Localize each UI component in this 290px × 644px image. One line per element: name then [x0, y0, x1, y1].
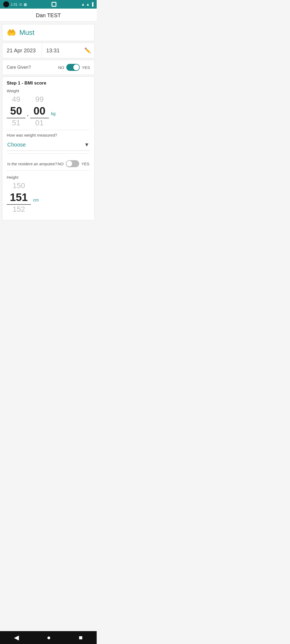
date-selector[interactable]: 21 Apr 2023 [2, 43, 42, 58]
height-drum[interactable]: 150 151 152 [7, 181, 31, 214]
care-given-yes-label: YES [82, 65, 90, 70]
care-given-no-label: NO [58, 65, 64, 70]
datetime-row: 21 Apr 2023 13:31 ✏️ [2, 43, 95, 58]
notification-dot [52, 2, 56, 7]
weight-decimal-drum[interactable]: 99 00 01 [30, 95, 49, 127]
amputee-toggle-knob [66, 161, 72, 167]
clipboard-icon: ▦ [24, 2, 27, 6]
amputee-yes-label: YES [81, 162, 89, 166]
amputee-toggle[interactable] [66, 160, 79, 167]
weight-measured-value: Choose [7, 142, 26, 148]
divider-2 [7, 153, 90, 154]
chevron-down-icon: ▼ [84, 142, 89, 148]
signal-icon: ▲ [86, 2, 90, 6]
wifi-icon: ▲ [81, 2, 85, 6]
toggle-knob [73, 64, 79, 70]
care-given-toggle[interactable] [66, 64, 80, 71]
weight-decimal-above: 99 [35, 95, 44, 104]
weight-unit: kg [51, 111, 56, 116]
amputee-label: Is the resident an amputee? [7, 162, 57, 166]
status-bar: 1:31 ⊙ ▦ ▲ ▲ ▐ [0, 0, 97, 9]
must-care-icon: 🤲 [7, 28, 16, 37]
height-above: 150 [13, 181, 25, 190]
divider-3 [7, 170, 90, 171]
weight-decimal-current: 00 [30, 104, 49, 118]
height-unit: cm [33, 198, 39, 203]
care-given-label: Care Given? [7, 65, 31, 70]
date-value: 21 Apr 2023 [7, 47, 36, 53]
time-selector[interactable]: 13:31 [42, 43, 81, 58]
weight-whole-above: 49 [12, 95, 20, 104]
height-current: 151 [7, 190, 31, 205]
media-icon: ⊙ [19, 2, 22, 6]
height-section: Height 150 151 152 cm [7, 175, 90, 214]
must-card[interactable]: 🤲 Must [2, 24, 95, 41]
time-value: 13:31 [46, 47, 60, 53]
status-left: 1:31 ⊙ ▦ [3, 1, 27, 7]
weight-whole-below: 51 [12, 118, 20, 127]
height-label: Height [7, 175, 90, 180]
height-below: 152 [13, 205, 25, 214]
page-header: Dan TEST [0, 9, 97, 21]
height-drum-row: 150 151 152 cm [7, 181, 90, 214]
decimal-dot: . [27, 108, 29, 118]
battery-icon: ▐ [91, 2, 93, 6]
weight-whole-current: 50 [7, 104, 26, 118]
status-time: 1:31 [11, 2, 17, 6]
weight-decimal-below: 01 [35, 118, 44, 127]
edit-button[interactable]: ✏️ [81, 43, 94, 58]
step1-heading: Step 1 - BMI score [7, 80, 90, 86]
divider-1 [7, 130, 90, 130]
amputee-row: Is the resident an amputee? NO YES [7, 156, 90, 168]
care-given-toggle-group: NO YES [58, 64, 90, 71]
weight-label: Weight [7, 89, 90, 93]
amputee-no-label: NO [57, 162, 64, 166]
weight-measured-label: How was weight measured? [7, 133, 90, 137]
care-given-row: Care Given? NO YES [2, 60, 95, 75]
page-title: Dan TEST [36, 12, 61, 18]
must-label: Must [19, 28, 34, 37]
camera-indicator [3, 1, 9, 7]
weight-drum-row: 49 50 51 . 99 00 01 kg [7, 95, 90, 127]
main-content: 🤲 Must 21 Apr 2023 13:31 ✏️ Care Given? … [0, 24, 97, 238]
weight-measured-dropdown[interactable]: Choose ▼ [7, 139, 90, 151]
bmi-section: Step 1 - BMI score Weight 49 50 51 . 99 … [2, 76, 95, 220]
status-right: ▲ ▲ ▐ [81, 2, 93, 6]
weight-whole-drum[interactable]: 49 50 51 [7, 95, 26, 127]
amputee-toggle-group: NO YES [57, 160, 89, 167]
